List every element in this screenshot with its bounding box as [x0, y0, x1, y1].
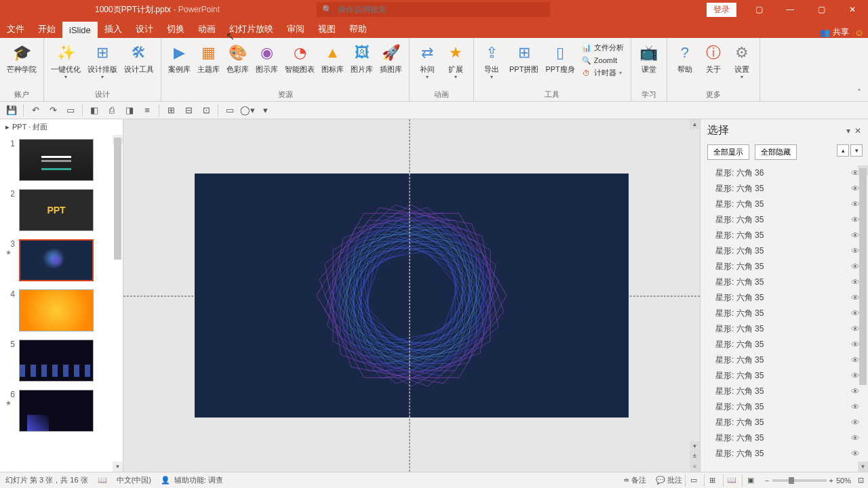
undo-icon[interactable]: ↶	[29, 104, 41, 117]
share-button[interactable]: 👥 共享	[820, 26, 849, 38]
selection-item[interactable]: 星形: 六角 35👁	[703, 274, 865, 290]
slide-thumbnail[interactable]: 5	[0, 336, 123, 386]
ribbon-play-button[interactable]: ▶案例库	[165, 41, 193, 88]
slide-thumbnail[interactable]: 1	[0, 135, 123, 185]
ribbon-grid-button[interactable]: ⊞PPT拼图	[507, 41, 541, 88]
slide-thumbnail[interactable]: 3★	[0, 235, 123, 285]
normal-view-icon[interactable]: ▭	[685, 474, 701, 487]
sorter-view-icon[interactable]: ⊞	[704, 474, 720, 487]
scrollbar-thumb[interactable]	[859, 168, 867, 385]
selection-item[interactable]: 星形: 六角 35👁	[703, 306, 865, 321]
pane-close-icon[interactable]: ✕	[854, 126, 861, 136]
ribbon-image-button[interactable]: 🖼图片库	[348, 41, 376, 88]
selection-item[interactable]: 星形: 六角 35👁	[703, 337, 865, 352]
selection-item[interactable]: 星形: 六角 35👁	[703, 228, 865, 243]
zoom-in-icon[interactable]: +	[829, 476, 833, 485]
search-input[interactable]	[338, 5, 545, 14]
selection-item[interactable]: 星形: 六角 35👁	[703, 212, 865, 228]
slide-thumbnail[interactable]: 4	[0, 285, 123, 336]
ribbon-theme-button[interactable]: ▦主题库	[195, 41, 222, 88]
ribbon-pie-button[interactable]: ◔智能图表	[282, 41, 317, 88]
ribbon-tween-button[interactable]: ⇄补间▾	[414, 41, 441, 88]
hide-all-button[interactable]: 全部隐藏	[755, 144, 797, 160]
redo-icon[interactable]: ↷	[47, 104, 59, 117]
login-button[interactable]: 登录	[707, 3, 736, 17]
accessibility-status[interactable]: 👤 辅助功能: 调查	[161, 475, 223, 485]
show-all-button[interactable]: 全部显示	[707, 144, 749, 160]
scroll-down-icon[interactable]: ▼	[113, 462, 123, 472]
selection-item[interactable]: 星形: 六角 35👁	[703, 399, 865, 415]
ribbon-display-button[interactable]: ▢	[743, 0, 774, 19]
selection-item[interactable]: 星形: 六角 35👁	[703, 430, 865, 446]
qat-more[interactable]: ▾	[259, 104, 271, 117]
ribbon-export-button[interactable]: ⇪导出▾	[478, 41, 505, 88]
comments-button[interactable]: 💬 批注	[656, 475, 682, 485]
selection-item[interactable]: 星形: 六角 35👁	[703, 259, 865, 274]
slide-thumbnail[interactable]: 2	[0, 185, 123, 235]
selection-item[interactable]: 星形: 六角 35👁	[703, 415, 865, 430]
close-button[interactable]: ✕	[837, 0, 868, 19]
tab-1[interactable]: 开始	[31, 20, 62, 38]
ribbon-analysis-button[interactable]: 📊文件分析	[580, 42, 625, 54]
tab-7[interactable]: 幻灯片放映	[222, 20, 280, 38]
tab-9[interactable]: 视图	[311, 20, 342, 38]
ribbon-help-button[interactable]: ?帮助	[671, 41, 698, 88]
collapse-ribbon-icon[interactable]: ˄	[857, 88, 861, 98]
maximize-button[interactable]: ▢	[806, 0, 837, 19]
feedback-icon[interactable]: ☺	[854, 27, 864, 38]
selection-item[interactable]: 星形: 六角 35👁	[703, 290, 865, 306]
ribbon-slim-button[interactable]: ▯PPT瘦身	[542, 41, 577, 88]
ribbon-logo-button[interactable]: 🎓芒种学院	[4, 41, 39, 88]
scroll-down-icon[interactable]: ▼	[690, 441, 700, 451]
selection-item[interactable]: 星形: 六角 35👁	[703, 368, 865, 384]
slideshow-view-icon[interactable]: ▣	[742, 474, 758, 487]
spellcheck-icon[interactable]: 📖	[98, 476, 107, 485]
ribbon-layout-button[interactable]: ⊞设计排版▾	[85, 41, 120, 88]
qat-btn[interactable]: ⊟	[182, 104, 195, 117]
minimize-button[interactable]: —	[774, 0, 806, 19]
scrollbar-thumb[interactable]	[114, 138, 121, 260]
scroll-up-icon[interactable]: ▲	[690, 119, 700, 129]
move-down-icon[interactable]: ▾	[850, 144, 863, 157]
ribbon-zoom-button[interactable]: 🔍ZoomIt	[580, 55, 625, 66]
language-status[interactable]: 中文(中国)	[117, 475, 151, 485]
selection-item[interactable]: 星形: 六角 35👁	[703, 181, 865, 197]
ribbon-magic-button[interactable]: ✨一键优化▾	[48, 41, 83, 88]
ribbon-timer-button[interactable]: ⏱计时器 ▾	[580, 67, 625, 79]
current-slide[interactable]	[195, 174, 629, 418]
reading-view-icon[interactable]: 📖	[723, 474, 739, 487]
qat-btn[interactable]: ◯▾	[241, 104, 254, 117]
ribbon-star-button[interactable]: ★扩展▾	[442, 41, 469, 88]
tab-6[interactable]: 动画	[191, 20, 222, 38]
zoom-out-icon[interactable]: −	[765, 476, 769, 485]
zoom-level[interactable]: 50%	[836, 476, 851, 485]
qat-btn[interactable]: ⊞	[165, 104, 177, 117]
next-slide-icon[interactable]: ≡	[690, 462, 700, 472]
qat-btn[interactable]: ▭	[64, 104, 77, 117]
ribbon-rocket-button[interactable]: 🚀插图库	[377, 41, 405, 88]
ribbon-palette-button[interactable]: 🎨色彩库	[224, 41, 252, 88]
slide-counter[interactable]: 幻灯片 第 3 张，共 16 张	[5, 475, 88, 485]
selection-scrollbar[interactable]: ▲ ▼	[858, 165, 868, 472]
selection-item[interactable]: 星形: 六角 35👁	[703, 446, 865, 462]
qat-btn[interactable]: ≡	[141, 104, 153, 117]
tab-2[interactable]: iSlide	[62, 22, 98, 38]
tab-0[interactable]: 文件	[0, 20, 31, 38]
ribbon-gear-button[interactable]: ⚙设置▾	[728, 41, 755, 88]
canvas-scrollbar[interactable]: ▲ ▼ ≜ ≡	[690, 119, 700, 472]
fit-window-icon[interactable]: ⊡	[858, 476, 864, 485]
tab-3[interactable]: 插入	[98, 20, 129, 38]
tab-10[interactable]: 帮助	[342, 20, 374, 38]
ribbon-tools-button[interactable]: 🛠设计工具	[121, 41, 157, 88]
selection-item[interactable]: 星形: 六角 35👁	[703, 384, 865, 399]
ribbon-shapes-button[interactable]: ▲图标库	[319, 41, 347, 88]
prev-slide-icon[interactable]: ≜	[690, 451, 700, 462]
tab-5[interactable]: 切换	[160, 20, 191, 38]
notes-button[interactable]: ≐ 备注	[623, 475, 646, 485]
qat-btn[interactable]: ⎙	[106, 104, 118, 117]
qat-btn[interactable]: ◧	[88, 104, 100, 117]
thumbnail-scrollbar[interactable]: ▲ ▼	[113, 135, 123, 472]
pane-dropdown-icon[interactable]: ▾	[846, 126, 850, 136]
save-icon[interactable]: 💾	[5, 104, 18, 117]
scroll-down-icon[interactable]: ▼	[858, 462, 868, 472]
